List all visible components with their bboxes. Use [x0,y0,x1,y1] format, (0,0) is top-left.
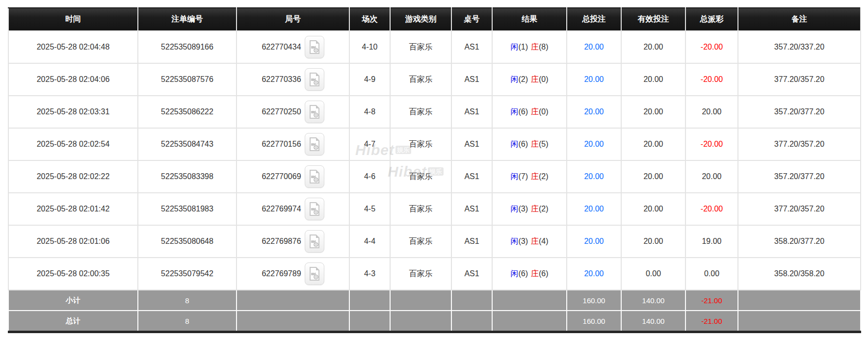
cell-valid-bet: 20.00 [621,128,685,160]
total-empty-round [237,311,349,332]
cell-valid-bet: 20.00 [621,225,685,258]
total-total-bet: 160.00 [567,311,621,332]
cell-session: 4-6 [349,160,390,193]
cell-round-id: 622770336 [237,63,349,96]
cell-result: 闲(1)庄(8) [492,31,567,63]
cell-remark: 377.20/357.20 [738,128,861,160]
cell-total-bet: 20.00 [567,160,621,193]
total-payout: -21.00 [685,311,738,332]
cell-session: 4-8 [349,96,390,128]
cell-payout: 19.00 [685,225,738,258]
result-banker-score: (4) [539,237,549,245]
col-header-result: 结果 [492,8,567,31]
cell-remark: 358.20/358.20 [738,258,861,290]
cell-table-no: AS1 [451,31,492,63]
subtotal-payout: -21.00 [685,290,738,311]
video-replay-button[interactable] [305,230,324,253]
total-valid-bet: 140.00 [621,311,685,332]
cell-table-no: AS1 [451,96,492,128]
cell-payout: -20.00 [685,193,738,225]
cell-remark: 357.20/337.20 [738,31,861,63]
result-banker-label: 庄 [531,43,539,51]
video-replay-button[interactable] [305,133,324,156]
subtotal-label: 小计 [8,290,138,311]
cell-round-id: 622769789 [237,258,349,290]
total-row: 总计 8 160.00 140.00 -21.00 [8,311,861,332]
table-row: 2025-05-28 02:04:06 522535087576 6227703… [8,63,861,96]
subtotal-empty-table-no [451,290,492,311]
result-player-label: 闲 [510,205,518,213]
video-replay-button[interactable] [305,101,324,123]
video-replay-button[interactable] [305,262,324,285]
cell-session: 4-7 [349,128,390,160]
cell-time: 2025-05-28 02:02:22 [8,160,138,193]
cell-total-bet: 20.00 [567,193,621,225]
cell-bet-id: 522535083398 [138,160,237,193]
cell-round-id: 622770156 [237,128,349,160]
result-banker-label: 庄 [531,205,539,213]
result-banker-score: (2) [539,205,549,213]
cell-round-id: 622770250 [237,96,349,128]
round-id-text: 622769789 [262,269,301,278]
cell-bet-id: 522535081983 [138,193,237,225]
cell-remark: 377.20/357.20 [738,193,861,225]
round-id-text: 622770336 [262,75,301,83]
table-row: 2025-05-28 02:01:42 522535081983 6227699… [8,193,861,225]
col-header-time: 时间 [8,8,138,31]
video-file-icon [309,73,320,86]
table-row: 2025-05-28 02:02:54 522535084743 6227701… [8,128,861,160]
result-banker-label: 庄 [531,140,539,148]
result-banker-score: (2) [539,172,549,181]
col-header-game-type: 游戏类别 [390,8,451,31]
result-banker-label: 庄 [531,107,539,116]
cell-session: 4-5 [349,193,390,225]
result-player-label: 闲 [510,269,518,278]
cell-payout: 20.00 [685,96,738,128]
cell-total-bet: 20.00 [567,258,621,290]
col-header-remark: 备注 [738,8,861,31]
total-empty-table-no [451,311,492,332]
total-empty-result [492,311,567,332]
result-banker-score: (8) [539,43,549,51]
cell-session: 4-10 [349,31,390,63]
subtotal-valid-bet: 140.00 [621,290,685,311]
cell-bet-id: 522535079542 [138,258,237,290]
cell-time: 2025-05-28 02:00:35 [8,258,138,290]
video-replay-button[interactable] [305,36,324,58]
video-file-icon [309,267,320,281]
cell-time: 2025-05-28 02:01:06 [8,225,138,258]
cell-bet-id: 522535089166 [138,31,237,63]
col-header-bet-id: 注单编号 [138,8,237,31]
total-label: 总计 [8,311,138,332]
result-player-score: (6) [518,269,528,278]
cell-payout: -20.00 [685,63,738,96]
video-replay-button[interactable] [305,68,324,91]
result-player-label: 闲 [510,140,518,148]
cell-game-type: 百家乐 [390,193,451,225]
subtotal-empty-game-type [390,290,451,311]
cell-bet-id: 522535084743 [138,128,237,160]
cell-bet-id: 522535080648 [138,225,237,258]
result-banker-label: 庄 [531,269,539,278]
col-header-payout: 总派彩 [685,8,738,31]
cell-game-type: 百家乐 [390,160,451,193]
round-id-text: 622770250 [262,107,301,116]
col-header-total-bet: 总投注 [567,8,621,31]
total-empty-remark [738,311,861,332]
cell-remark: 357.20/377.20 [738,96,861,128]
table-row: 2025-05-28 02:04:48 522535089166 6227704… [8,31,861,63]
table-row: 2025-05-28 02:03:31 522535086222 6227702… [8,96,861,128]
cell-result: 闲(6)庄(0) [492,96,567,128]
col-header-session: 场次 [349,8,390,31]
cell-game-type: 百家乐 [390,225,451,258]
cell-valid-bet: 20.00 [621,63,685,96]
col-header-round-id: 局号 [237,8,349,31]
round-id-text: 622770434 [262,43,301,51]
total-empty-session [349,311,390,332]
cell-total-bet: 20.00 [567,96,621,128]
video-replay-button[interactable] [305,165,324,188]
cell-total-bet: 20.00 [567,225,621,258]
video-replay-button[interactable] [305,198,324,220]
cell-round-id: 622770069 [237,160,349,193]
cell-session: 4-3 [349,258,390,290]
